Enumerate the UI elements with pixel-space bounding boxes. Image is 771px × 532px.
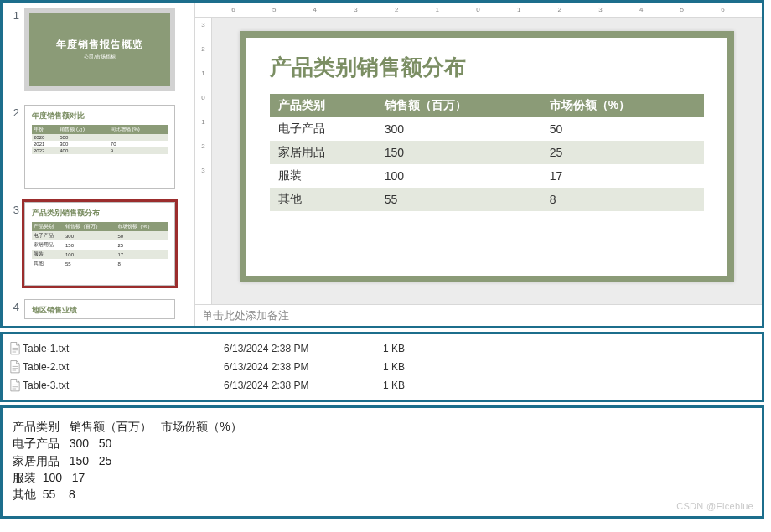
thumbnail-slide[interactable]: 年度销售额对比年份销售额 (万)同比增幅 (%)2020500202130070… xyxy=(24,105,175,189)
table-row[interactable]: 服装10017 xyxy=(270,164,704,188)
file-row[interactable]: Table-1.txt6/13/2024 2:38 PM1 KB xyxy=(3,339,762,358)
thumbnail-slide[interactable]: 年度销售报告概览公司/市场指标 xyxy=(24,8,175,91)
slide-thumbnail-panel[interactable]: 1年度销售报告概览公司/市场指标2年度销售额对比年份销售额 (万)同比增幅 (%… xyxy=(3,3,195,326)
slide-canvas[interactable]: 产品类别销售额分布 产品类别销售额（百万）市场份额（%） 电子产品30050家居… xyxy=(212,18,762,304)
table-cell[interactable]: 300 xyxy=(376,117,541,141)
tsv-content: 产品类别 销售额（百万） 市场份额（%） 电子产品 300 50 家居用品 15… xyxy=(13,418,752,503)
thumbnail-number: 3 xyxy=(8,202,19,216)
table-cell[interactable]: 50 xyxy=(541,117,704,141)
slide-thumbnail[interactable]: 3产品类别销售额分布产品类别销售额（百万）市场份额（%）电子产品30050家居用… xyxy=(8,202,191,286)
thumbnail-number: 4 xyxy=(8,299,19,313)
file-name: Table-2.txt xyxy=(23,361,224,373)
notes-placeholder: 单击此处添加备注 xyxy=(202,308,289,323)
table-header-cell[interactable]: 市场份额（%） xyxy=(541,94,704,117)
slide-thumbnail[interactable]: 4地区销售业绩 xyxy=(8,299,191,319)
file-icon xyxy=(8,379,23,392)
file-icon xyxy=(8,360,23,374)
file-size: 1 KB xyxy=(383,361,467,373)
table-cell[interactable]: 150 xyxy=(376,141,541,164)
presentation-editor: 1年度销售报告概览公司/市场指标2年度销售额对比年份销售额 (万)同比增幅 (%… xyxy=(0,0,764,328)
file-icon xyxy=(8,342,23,355)
table-row[interactable]: 其他558 xyxy=(270,188,704,211)
table-row[interactable]: 家居用品15025 xyxy=(270,141,704,164)
slide-edit-area: 6543210123456 3210123 产品类别销售额分布 产品类别销售额（… xyxy=(195,3,762,326)
slide-thumbnail[interactable]: 1年度销售报告概览公司/市场指标 xyxy=(8,8,191,91)
table-cell[interactable]: 100 xyxy=(376,164,541,188)
table-row[interactable]: 电子产品30050 xyxy=(270,117,704,141)
slide-data-table[interactable]: 产品类别销售额（百万）市场份额（%） 电子产品30050家居用品15025服装1… xyxy=(270,94,704,211)
table-cell[interactable]: 8 xyxy=(541,188,704,211)
watermark: CSDN @Eiceblue xyxy=(676,501,753,511)
table-cell[interactable]: 其他 xyxy=(270,188,376,211)
table-cell[interactable]: 17 xyxy=(541,164,704,188)
thumbnail-number: 1 xyxy=(8,8,19,22)
horizontal-ruler: 6543210123456 xyxy=(195,3,762,18)
vertical-ruler: 3210123 xyxy=(195,18,212,304)
table-header-cell[interactable]: 产品类别 xyxy=(270,94,376,117)
file-date: 6/13/2024 2:38 PM xyxy=(224,361,383,373)
file-date: 6/13/2024 2:38 PM xyxy=(224,343,383,354)
slide-thumbnail[interactable]: 2年度销售额对比年份销售额 (万)同比增幅 (%)202050020213007… xyxy=(8,105,191,189)
file-explorer-panel: Table-1.txt6/13/2024 2:38 PM1 KBTable-2.… xyxy=(0,332,764,402)
notes-pane[interactable]: 单击此处添加备注 xyxy=(195,304,762,326)
thumbnail-slide[interactable]: 地区销售业绩 xyxy=(24,299,175,319)
file-row[interactable]: Table-3.txt6/13/2024 2:38 PM1 KB xyxy=(3,376,762,395)
file-size: 1 KB xyxy=(383,380,467,391)
file-name: Table-3.txt xyxy=(23,380,224,391)
text-output-panel: 产品类别 销售额（百万） 市场份额（%） 电子产品 300 50 家居用品 15… xyxy=(0,405,764,519)
current-slide[interactable]: 产品类别销售额分布 产品类别销售额（百万）市场份额（%） 电子产品30050家居… xyxy=(240,31,734,282)
table-cell[interactable]: 25 xyxy=(541,141,704,164)
table-cell[interactable]: 55 xyxy=(376,188,541,211)
table-cell[interactable]: 电子产品 xyxy=(270,117,376,141)
slide-title[interactable]: 产品类别销售额分布 xyxy=(270,53,704,82)
file-row[interactable]: Table-2.txt6/13/2024 2:38 PM1 KB xyxy=(3,358,762,376)
thumbnail-number: 2 xyxy=(8,105,19,119)
table-cell[interactable]: 服装 xyxy=(270,164,376,188)
file-name: Table-1.txt xyxy=(23,343,224,354)
table-header-cell[interactable]: 销售额（百万） xyxy=(376,94,541,117)
file-size: 1 KB xyxy=(383,343,467,354)
thumbnail-slide[interactable]: 产品类别销售额分布产品类别销售额（百万）市场份额（%）电子产品30050家居用品… xyxy=(24,202,175,286)
file-date: 6/13/2024 2:38 PM xyxy=(224,380,383,391)
table-cell[interactable]: 家居用品 xyxy=(270,141,376,164)
